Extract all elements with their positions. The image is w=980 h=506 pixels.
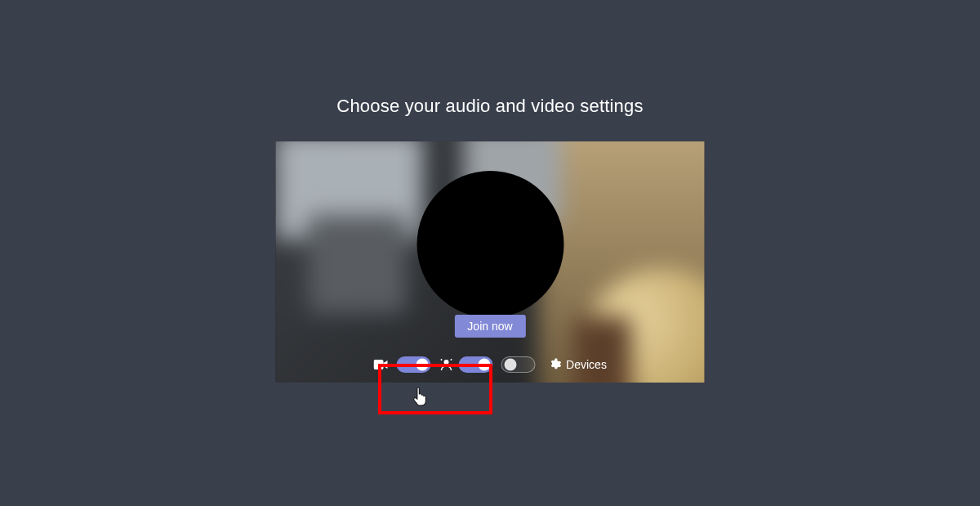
controls-row: Devices bbox=[276, 356, 705, 372]
join-now-label: Join now bbox=[467, 319, 512, 332]
join-now-button[interactable]: Join now bbox=[454, 314, 525, 337]
svg-point-3 bbox=[450, 358, 452, 360]
background-blur-group bbox=[439, 356, 492, 372]
camera-icon bbox=[373, 358, 388, 369]
svg-point-5 bbox=[451, 363, 452, 365]
mic-toggle[interactable] bbox=[501, 356, 535, 372]
mic-toggle-knob bbox=[504, 358, 516, 370]
page-title: Choose your audio and video settings bbox=[336, 95, 643, 116]
gear-icon bbox=[548, 357, 561, 370]
background-blur-toggle-knob bbox=[478, 358, 490, 370]
video-preview: Join now bbox=[276, 141, 705, 382]
background-blur-toggle[interactable] bbox=[458, 356, 492, 372]
svg-rect-0 bbox=[373, 359, 383, 369]
svg-point-4 bbox=[439, 363, 441, 365]
face-redaction-circle bbox=[416, 171, 564, 318]
svg-point-1 bbox=[443, 359, 448, 364]
pointer-cursor-icon bbox=[412, 386, 430, 407]
svg-point-2 bbox=[440, 358, 442, 360]
camera-toggle-knob bbox=[416, 358, 428, 370]
devices-label: Devices bbox=[566, 357, 607, 370]
devices-button[interactable]: Devices bbox=[548, 357, 607, 370]
camera-toggle[interactable] bbox=[396, 356, 430, 372]
background-blur-icon bbox=[439, 356, 453, 371]
